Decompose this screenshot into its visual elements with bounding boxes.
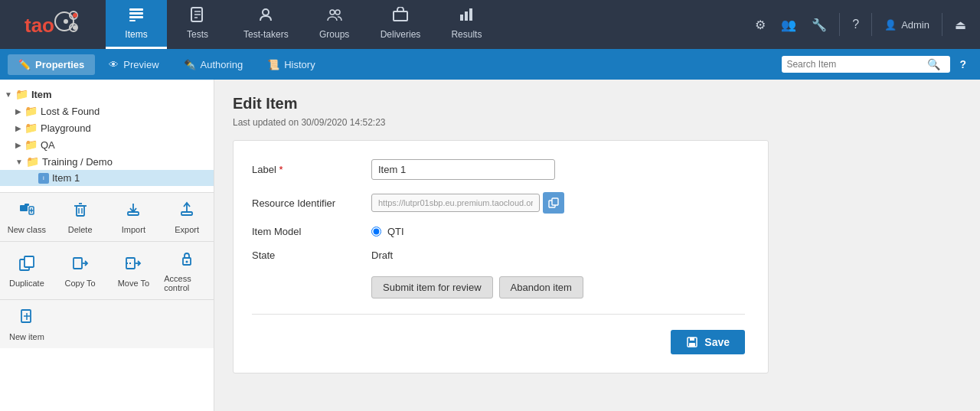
svg-rect-8 — [129, 12, 143, 15]
tree-arrow-root: ▼ — [5, 90, 12, 99]
nav-item-items[interactable]: Items — [106, 0, 167, 49]
top-nav: tao Items Tests Test-takers — [0, 0, 980, 49]
folder-icon-root: 📁 — [15, 88, 28, 100]
copy-to-icon — [72, 255, 89, 276]
svg-point-5 — [73, 25, 77, 30]
state-row: State Draft — [252, 250, 745, 261]
svg-rect-38 — [74, 258, 82, 269]
item-model-radio-group: QTI — [371, 226, 404, 237]
nav-items: Items Tests Test-takers Groups Deliverie… — [106, 0, 741, 49]
tree-item-item-1[interactable]: i Item 1 — [0, 170, 214, 186]
main-layout: ▼ 📁 Item ▶ 📁 Lost & Found ▶ 📁 Playground… — [0, 80, 980, 411]
resource-id-copy-button[interactable] — [543, 192, 564, 214]
logo-area[interactable]: tao — [0, 0, 106, 49]
item-model-label: Item Model — [252, 226, 359, 237]
svg-rect-52 — [689, 343, 695, 347]
duplicate-button[interactable]: Duplicate — [0, 242, 54, 299]
new-item-icon — [18, 308, 35, 329]
search-input[interactable] — [786, 59, 924, 70]
last-updated-text: Last updated on 30/09/2020 14:52:23 — [233, 117, 962, 128]
tree-item-qa[interactable]: ▶ 📁 QA — [0, 136, 214, 153]
svg-point-6 — [64, 19, 68, 24]
tree-item-item-root[interactable]: ▼ 📁 Item — [0, 86, 214, 103]
groups-icon — [326, 7, 343, 26]
new-class-icon — [18, 201, 35, 222]
svg-point-44 — [186, 261, 188, 263]
tree-item-training-demo[interactable]: ▼ 📁 Training / Demo — [0, 153, 214, 170]
qti-radio-input[interactable] — [371, 227, 381, 236]
nav-item-results[interactable]: Results — [436, 0, 497, 49]
tree-item-playground[interactable]: ▶ 📁 Playground — [0, 119, 214, 136]
nav-item-deliveries[interactable]: Deliveries — [365, 0, 436, 49]
results-icon — [458, 7, 475, 26]
sidebar-tree: ▼ 📁 Item ▶ 📁 Lost & Found ▶ 📁 Playground… — [0, 80, 214, 192]
tree-label-qa: QA — [41, 139, 55, 151]
items-icon — [128, 7, 145, 26]
tools-button[interactable]: 🔧 — [805, 13, 833, 37]
tree-label-item-1: Item 1 — [52, 172, 80, 184]
access-control-button[interactable]: Access control — [160, 242, 214, 299]
tree-label-item-root: Item — [31, 89, 52, 100]
new-class-button[interactable]: New class — [0, 193, 54, 241]
sub-nav-properties[interactable]: ✏️ Properties — [8, 54, 95, 75]
svg-rect-19 — [460, 15, 463, 21]
abandon-item-button[interactable]: Abandon item — [499, 276, 583, 298]
sub-nav-help-button[interactable]: ? — [953, 55, 972, 73]
svg-rect-9 — [129, 16, 143, 18]
form-divider — [252, 314, 745, 315]
save-button-label: Save — [704, 336, 730, 348]
tree-item-lost-found[interactable]: ▶ 📁 Lost & Found — [0, 103, 214, 119]
help-button[interactable]: ? — [846, 13, 865, 36]
folder-icon-playground: 📁 — [24, 122, 38, 134]
label-input[interactable] — [371, 159, 555, 180]
nav-item-groups[interactable]: Groups — [304, 0, 365, 49]
new-item-label: New item — [9, 332, 44, 341]
submit-review-button[interactable]: Submit item for review — [371, 276, 493, 298]
admin-label: Admin — [901, 19, 929, 31]
nav-item-test-takers[interactable]: Test-takers — [228, 0, 304, 49]
tree-arrow-qa: ▶ — [15, 141, 21, 149]
export-button[interactable]: Export — [160, 193, 214, 241]
settings-button[interactable]: ⚙ — [749, 13, 772, 37]
svg-rect-34 — [181, 212, 192, 215]
svg-point-4 — [73, 13, 77, 18]
save-button[interactable]: Save — [671, 330, 745, 354]
admin-icon: 👤 — [884, 19, 897, 31]
move-to-button[interactable]: Move To — [107, 242, 161, 299]
sub-nav-history[interactable]: 📜 History — [256, 54, 325, 75]
users-button[interactable]: 👥 — [775, 13, 802, 37]
content-area: Edit Item Last updated on 30/09/2020 14:… — [214, 80, 980, 411]
logout-button[interactable]: ⏏ — [949, 13, 972, 37]
state-action-buttons: Submit item for review Abandon item — [371, 276, 583, 298]
label-row: Label * — [252, 159, 745, 180]
page-title: Edit Item — [233, 95, 962, 113]
delete-icon — [72, 201, 89, 222]
svg-rect-27 — [77, 206, 84, 216]
svg-rect-23 — [24, 204, 29, 206]
admin-area[interactable]: 👤 Admin — [878, 19, 936, 31]
preview-icon: 👁 — [109, 59, 119, 70]
item-model-row: Item Model QTI — [252, 226, 745, 237]
sidebar-actions-row3: New item — [0, 299, 214, 348]
sub-nav-preview[interactable]: 👁 Preview — [98, 54, 169, 75]
import-button[interactable]: Import — [107, 193, 161, 241]
duplicate-icon — [18, 255, 35, 276]
folder-icon-training-demo: 📁 — [26, 155, 39, 168]
search-submit-button[interactable]: 🔍 — [927, 58, 940, 70]
move-to-label: Move To — [118, 279, 149, 288]
resource-id-input[interactable] — [371, 194, 540, 212]
state-actions-row: Submit item for review Abandon item — [252, 273, 745, 298]
properties-icon: ✏️ — [18, 59, 31, 70]
label-field-label: Label * — [252, 164, 359, 175]
sub-nav-authoring[interactable]: ✒️ Authoring — [173, 54, 254, 75]
delete-button[interactable]: Delete — [54, 193, 107, 241]
required-star: * — [279, 164, 283, 175]
nav-item-tests[interactable]: Tests — [167, 0, 228, 49]
copy-to-button[interactable]: Copy To — [54, 242, 107, 299]
nav-label-test-takers: Test-takers — [243, 29, 289, 40]
sub-nav-history-label: History — [284, 59, 315, 70]
copy-icon — [548, 197, 559, 208]
new-item-button[interactable]: New item — [0, 300, 54, 348]
nav-divider-2 — [871, 13, 872, 36]
delete-label: Delete — [68, 225, 93, 234]
